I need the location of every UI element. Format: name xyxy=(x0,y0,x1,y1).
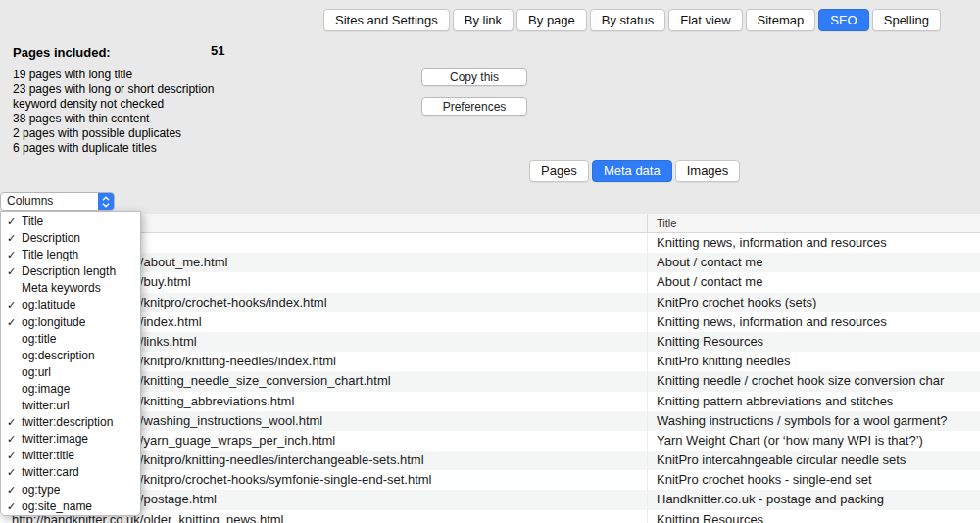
menu-item-label: og:description xyxy=(22,349,95,362)
table-row[interactable]: http://handknitter.co.uk/knitpro/knittin… xyxy=(0,352,980,371)
menu-item-description-length[interactable]: ✓ Description length xyxy=(1,263,140,280)
menu-item-label: twitter:description xyxy=(22,415,113,429)
checkmark-icon: ✓ xyxy=(7,247,19,263)
menu-item-twitter-url[interactable]: twitter:url xyxy=(1,398,140,414)
row-title: Knitting needle / crochet hook size conv… xyxy=(647,371,980,391)
menu-item-meta-keywords[interactable]: Meta keywords xyxy=(1,280,140,297)
row-title: KnitPro knitting needles xyxy=(647,352,980,371)
top-tab-spelling[interactable]: Spelling xyxy=(872,9,941,31)
table-row[interactable]: http://handknitter.co.uk/index.html Knit… xyxy=(0,312,980,332)
columns-popup-button[interactable]: Columns xyxy=(0,192,115,211)
table-row[interactable]: http://handknitter.co.uk Knitting news, … xyxy=(0,233,980,253)
checkmark-icon: ✓ xyxy=(7,499,19,515)
menu-item-og-url[interactable]: og:url xyxy=(1,364,140,381)
menu-item-label: Description xyxy=(22,231,80,245)
checkmark-icon: ✓ xyxy=(7,482,19,499)
summary-panel: Pages included: 51 19 pages with long ti… xyxy=(13,43,415,156)
menu-item-title[interactable]: ✓ Title xyxy=(1,214,140,230)
row-title: Washing instructions / symbols for a woo… xyxy=(647,411,980,431)
top-tab-by-link[interactable]: By link xyxy=(453,9,514,31)
row-title: Knitting Resources xyxy=(647,510,980,523)
pages-included-count: 51 xyxy=(211,43,224,58)
row-title: KnitPro crochet hooks (sets) xyxy=(647,293,980,312)
checkmark-icon: ✓ xyxy=(7,314,19,331)
copy-this-button[interactable]: Copy this xyxy=(421,68,527,86)
view-tab-pages[interactable]: Pages xyxy=(529,160,589,182)
menu-item-label: Title xyxy=(22,214,43,228)
menu-item-twitter-image[interactable]: ✓ twitter:image xyxy=(1,431,140,448)
top-tab-seo[interactable]: SEO xyxy=(818,9,868,31)
menu-item-label: og:url xyxy=(22,365,51,379)
top-tab-flat-view[interactable]: Flat view xyxy=(668,9,742,31)
view-tab-meta-data[interactable]: Meta data xyxy=(592,160,672,182)
menu-item-label: og:site_name xyxy=(22,499,92,513)
row-title: KnitPro crochet hooks - single-end set xyxy=(647,470,980,490)
view-tab-bar: PagesMeta dataImages xyxy=(529,160,740,182)
summary-lines: 19 pages with long title23 pages with lo… xyxy=(13,68,415,156)
title-column-header[interactable]: Title xyxy=(647,214,980,232)
menu-item-label: og:title xyxy=(22,332,56,346)
row-title: KnitPro intercahngeable circular needle … xyxy=(647,451,980,470)
table-row[interactable]: http://handknitter.co.uk/washing_instruc… xyxy=(0,411,980,431)
table-row[interactable]: http://handknitter.co.uk/older_knitting_… xyxy=(0,510,980,523)
menu-item-label: twitter:url xyxy=(22,399,70,412)
menu-item-twitter-description[interactable]: ✓ twitter:description xyxy=(1,414,140,431)
summary-line: 23 pages with long or short description xyxy=(13,82,415,97)
menu-item-twitter-card[interactable]: ✓ twitter:card xyxy=(1,464,140,481)
menu-item-og-type[interactable]: ✓ og:type xyxy=(1,482,140,499)
checkmark-icon: ✓ xyxy=(7,297,19,313)
view-tab-images[interactable]: Images xyxy=(675,160,741,182)
row-title: Yarn Weight Chart (or ‘how many WPI is t… xyxy=(647,431,980,451)
menu-item-label: Description length xyxy=(22,264,116,278)
top-tab-bar: Sites and SettingsBy linkBy pageBy statu… xyxy=(323,9,941,31)
menu-item-og-latitude[interactable]: ✓ og:latitude xyxy=(1,297,140,313)
menu-item-label: og:image xyxy=(22,382,70,396)
row-title: About / contact me xyxy=(647,272,980,292)
menu-item-description[interactable]: ✓ Description xyxy=(1,230,140,247)
menu-item-og-longitude[interactable]: ✓ og:longitude xyxy=(1,314,140,331)
summary-line: 6 pages with duplicate titles xyxy=(13,141,415,156)
table-row[interactable]: http://handknitter.co.uk/about_me.html A… xyxy=(0,253,980,272)
menu-item-og-image[interactable]: og:image xyxy=(1,381,140,398)
menu-item-title-length[interactable]: ✓ Title length xyxy=(1,247,140,263)
checkmark-icon: ✓ xyxy=(7,263,19,280)
row-title: Knitting news, information and resources xyxy=(647,312,980,332)
menu-item-label: twitter:title xyxy=(22,449,74,462)
top-tab-by-page[interactable]: By page xyxy=(516,9,587,31)
menu-item-og-description[interactable]: og:description xyxy=(1,348,140,364)
menu-item-label: twitter:card xyxy=(22,465,79,479)
checkmark-icon: ✓ xyxy=(7,431,19,448)
table-row[interactable]: http://handknitter.co.uk/knitpro/crochet… xyxy=(0,293,980,312)
top-tab-by-status[interactable]: By status xyxy=(590,9,665,31)
table-row[interactable]: http://handknitter.co.uk/knitting_abbrev… xyxy=(0,392,980,411)
action-button-group: Copy this Preferences xyxy=(421,68,527,116)
pages-included-label: Pages included: xyxy=(13,45,111,60)
summary-line: keyword density not checked xyxy=(13,97,415,112)
menu-item-label: og:longitude xyxy=(22,315,85,329)
menu-item-label: Title length xyxy=(22,248,78,262)
popup-updown-arrows-icon xyxy=(98,193,114,210)
row-title: Knitting pattern abbreviations and stitc… xyxy=(647,392,980,411)
menu-item-twitter-title[interactable]: ✓ twitter:title xyxy=(1,448,140,464)
table-row[interactable]: http://handknitter.co.uk/knitpro/knittin… xyxy=(0,451,980,470)
checkmark-icon: ✓ xyxy=(7,214,19,230)
top-tab-sitemap[interactable]: Sitemap xyxy=(746,9,816,31)
table-row[interactable]: http://handknitter.co.uk/yarn_guage_wrap… xyxy=(0,431,980,451)
table-row[interactable]: http://handknitter.co.uk/knitpro/crochet… xyxy=(0,470,980,490)
menu-item-og-site-name[interactable]: ✓ og:site_name xyxy=(1,499,140,515)
preferences-button[interactable]: Preferences xyxy=(421,97,527,116)
table-row[interactable]: http://handknitter.co.uk/knitting_needle… xyxy=(0,371,980,391)
results-table: Title http://handknitter.co.uk Knitting … xyxy=(0,214,980,523)
table-body: http://handknitter.co.uk Knitting news, … xyxy=(0,233,980,523)
checkmark-icon: ✓ xyxy=(7,414,19,431)
summary-line: 38 pages with thin content xyxy=(13,112,415,126)
row-title: Knitting Resources xyxy=(647,332,980,352)
menu-item-og-title[interactable]: og:title xyxy=(1,331,140,348)
table-row[interactable]: http://handknitter.co.uk/postage.html Ha… xyxy=(0,490,980,509)
top-tab-sites-and-settings[interactable]: Sites and Settings xyxy=(323,9,450,31)
menu-item-label: Meta keywords xyxy=(22,281,101,295)
table-row[interactable]: http://handknitter.co.uk/buy.html About … xyxy=(0,272,980,292)
table-row[interactable]: http://handknitter.co.uk/links.html Knit… xyxy=(0,332,980,352)
menu-item-label: og:latitude xyxy=(22,298,75,311)
menu-item-label: twitter:image xyxy=(22,432,88,446)
